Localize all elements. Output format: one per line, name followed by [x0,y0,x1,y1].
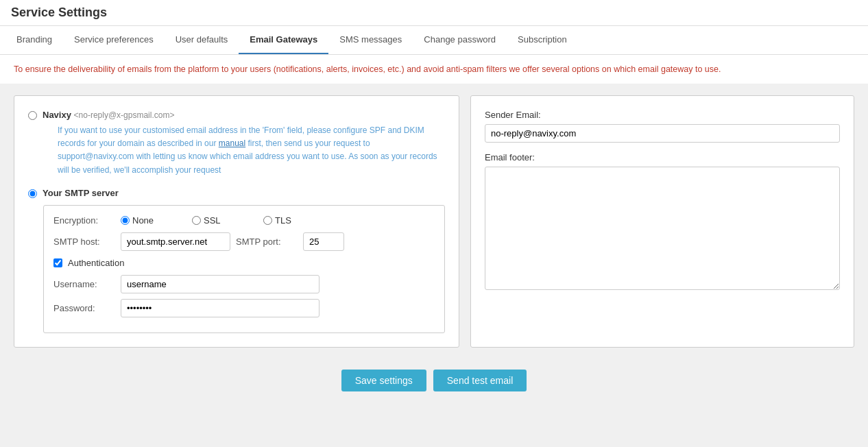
tab-service-preferences[interactable]: Service preferences [63,26,165,54]
tab-sms-messages[interactable]: SMS messages [328,26,413,54]
encryption-none-text: None [132,215,154,226]
info-banner: To ensure the deliverability of emails f… [0,55,868,84]
tab-branding[interactable]: Branding [5,26,63,54]
encryption-options: None SSL TLS [121,215,325,226]
encryption-label: Encryption: [53,215,115,226]
username-row: Username: [53,275,435,293]
password-row: Password: [53,299,435,317]
username-input[interactable] [121,275,320,293]
right-panel: Sender Email: Email footer: [470,95,854,348]
tabs-bar: Branding Service preferences User defaul… [0,26,868,55]
navixy-description: If you want to use your customised email… [58,124,445,177]
tab-email-gateways[interactable]: Email Gateways [239,26,328,54]
navixy-option: Navixy <no-reply@x-gpsmail.com> If you w… [28,110,445,177]
authentication-checkbox[interactable] [53,258,62,267]
smtp-settings-box: Encryption: None SSL TLS [43,205,445,333]
smtp-port-input[interactable] [303,232,344,251]
navixy-option-label[interactable]: Navixy <no-reply@x-gpsmail.com> [43,110,174,120]
encryption-ssl-text: SSL [204,215,221,226]
tab-change-password[interactable]: Change password [413,26,507,54]
encryption-none-label[interactable]: None [121,215,182,226]
encryption-none-radio[interactable] [121,216,130,225]
main-content: Navixy <no-reply@x-gpsmail.com> If you w… [0,84,868,359]
smtp-port-label: SMTP port: [236,237,298,247]
email-footer-textarea[interactable] [485,167,840,290]
encryption-tls-text: TLS [275,215,291,226]
save-settings-button[interactable]: Save settings [341,370,426,391]
encryption-tls-radio[interactable] [263,216,272,225]
left-panel: Navixy <no-reply@x-gpsmail.com> If you w… [14,95,459,348]
authentication-row: Authentication [53,258,435,268]
smtp-radio-row: Your SMTP server [28,188,445,198]
navixy-title: Navixy [43,110,71,120]
sender-email-input[interactable] [485,124,840,143]
encryption-tls-label[interactable]: TLS [263,215,325,226]
tab-user-defaults[interactable]: User defaults [165,26,239,54]
authentication-label[interactable]: Authentication [68,258,124,268]
sender-email-label: Sender Email: [485,110,840,120]
username-label: Username: [53,279,115,289]
smtp-option-label[interactable]: Your SMTP server [43,188,119,198]
encryption-ssl-radio[interactable] [192,216,201,225]
navixy-radio[interactable] [28,111,37,120]
password-label: Password: [53,303,115,313]
footer-buttons: Save settings Send test email [0,359,868,402]
smtp-host-port-row: SMTP host: SMTP port: [53,232,435,251]
app-title-text: Service Settings [11,5,107,19]
smtp-option: Your SMTP server Encryption: None SSL [28,188,445,333]
send-test-email-button[interactable]: Send test email [433,370,527,391]
smtp-host-input[interactable] [121,232,230,251]
tab-subscription[interactable]: Subscription [507,26,578,54]
email-footer-label: Email footer: [485,152,840,162]
encryption-ssl-label[interactable]: SSL [192,215,254,226]
password-input[interactable] [121,299,320,317]
app-title: Service Settings [0,0,868,26]
smtp-radio[interactable] [28,189,37,198]
info-banner-text: To ensure the deliverability of emails f… [14,64,721,74]
encryption-row: Encryption: None SSL TLS [53,215,435,226]
navixy-email: <no-reply@x-gpsmail.com> [74,110,175,120]
smtp-host-label: SMTP host: [53,237,115,247]
manual-link[interactable]: manual [219,138,245,148]
